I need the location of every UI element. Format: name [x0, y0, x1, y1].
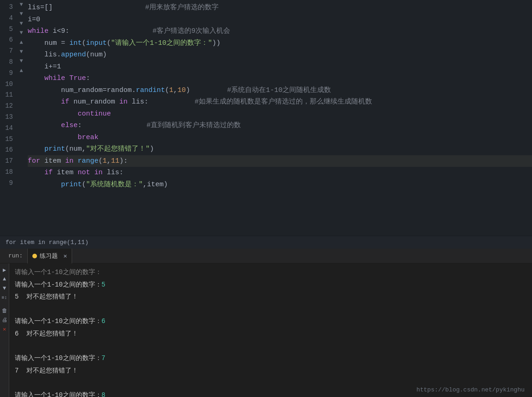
- console-sidebar: ▶ ▲ ▼ ≡↕ 🗑 🖨 ✕: [0, 263, 9, 397]
- output-line: [15, 340, 526, 353]
- run-button[interactable]: ▶: [1, 266, 8, 274]
- scroll-down-button[interactable]: ▼: [1, 285, 8, 292]
- console-tab-label: 练习题: [40, 252, 58, 260]
- watermark: https://blog.csdn.net/pykinghu: [416, 386, 525, 393]
- code-line: while i<9: #客户猜选的9次输入机会: [28, 25, 532, 37]
- code-line: while True :: [28, 73, 532, 85]
- print-button[interactable]: 🖨: [1, 316, 8, 324]
- code-line: num_random=random. randint ( 1 , 10 ) #系…: [28, 85, 532, 97]
- code-line: num = int ( input ( "请输入一个1-10之间的数字：" )): [28, 37, 532, 49]
- status-bar: for item in range(1,11): [0, 236, 532, 249]
- output-line: 请输入一个1-10之间的数字：: [15, 266, 526, 279]
- status-hint: for item in range(1,11): [6, 239, 88, 246]
- code-line: if item not in lis:: [28, 167, 532, 179]
- code-line: lis=[] #用来放客户猜选的数字: [28, 2, 532, 14]
- clear-button[interactable]: 🗑: [1, 307, 8, 314]
- code-line: continue: [28, 108, 532, 120]
- code-line: i=0: [28, 14, 532, 26]
- code-line: if num_random in lis: #如果生成的随机数是客户猜选过的，那…: [28, 96, 532, 108]
- code-lines[interactable]: lis=[] #用来放客户猜选的数字 i=0 while i<9: #客户猜选的…: [26, 0, 532, 236]
- output-line: 请输入一个1-10之间的数字：7: [15, 352, 526, 365]
- output-line: 7 对不起您猜错了！: [15, 365, 526, 377]
- delete-button[interactable]: ✕: [1, 325, 8, 333]
- tab-close-icon[interactable]: ✕: [63, 252, 67, 260]
- scroll-up-button[interactable]: ▲: [1, 275, 8, 283]
- output-line: 5 对不起您猜错了！: [15, 291, 526, 303]
- console-tabs: run: 练习题 ✕: [0, 249, 532, 263]
- run-label: run:: [4, 252, 27, 259]
- code-line: print ( "系统随机数是：" ,item): [28, 179, 532, 191]
- output-line: 6 对不起您猜错了！: [15, 328, 526, 340]
- fold-gutter: ▼ ▼ ▼ ▼ ▲ ▼ ▼ ▲: [17, 0, 26, 236]
- console-tab[interactable]: 练习题 ✕: [27, 249, 72, 263]
- output-line: 请输入一个1-10之间的数字：6: [15, 315, 526, 328]
- output-line: [15, 303, 526, 316]
- tab-indicator-dot: [32, 254, 37, 258]
- code-line: lis. append (num): [28, 49, 532, 61]
- line-numbers: 3 4 5 6 7 8 9 10 11 12 13 14 15 16 17 18…: [0, 0, 17, 236]
- console-area: run: 练习题 ✕ ▶ ▲ ▼ ≡↕ 🗑 🖨 ✕ 请输入一个1-10之间的数字…: [0, 249, 532, 397]
- code-line-highlighted: for item in range ( 1 , 11 ):: [28, 155, 532, 167]
- editor-area: 3 4 5 6 7 8 9 10 11 12 13 14 15 16 17 18…: [0, 0, 532, 236]
- code-line: print (num, "对不起您猜错了！" ): [28, 143, 532, 155]
- code-container: 3 4 5 6 7 8 9 10 11 12 13 14 15 16 17 18…: [0, 0, 532, 236]
- code-line: else : #直到随机到客户未猜选过的数: [28, 120, 532, 132]
- code-line: [28, 190, 532, 202]
- format-button[interactable]: ≡↕: [1, 294, 8, 301]
- code-line: break: [28, 132, 532, 144]
- output-line: 请输入一个1-10之间的数字：5: [15, 279, 526, 291]
- code-line: i+=1: [28, 61, 532, 73]
- console-output: 请输入一个1-10之间的数字： 请输入一个1-10之间的数字：5 5 对不起您猜…: [9, 263, 532, 397]
